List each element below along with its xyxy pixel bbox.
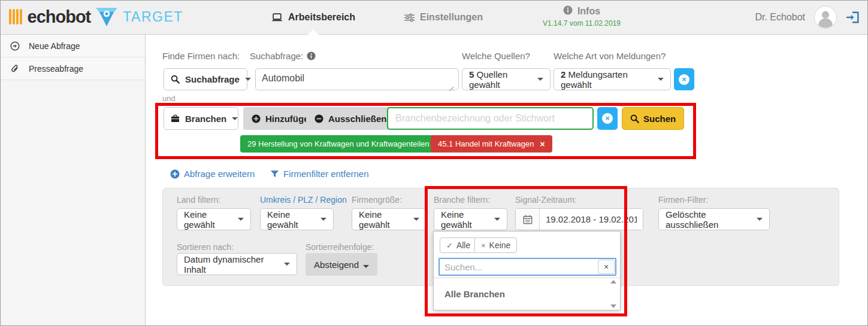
signal-period-group [515, 208, 643, 230]
caret-down-icon [494, 218, 500, 221]
scroll-up-icon[interactable] [610, 280, 616, 284]
operator-label: und [162, 94, 176, 103]
signal-period-label: Signal-Zeitraum: [515, 195, 577, 205]
dropdown-value: Keine gewählt [184, 209, 232, 230]
version-text: V1.14.7 vom 11.02.2019 [543, 19, 621, 28]
avatar[interactable] [814, 6, 837, 29]
dropdown-value: Suchabfrage [185, 74, 240, 84]
signal-period-input[interactable] [540, 209, 643, 230]
sidebar-item-presseabfrage[interactable]: Presseabfrage [1, 57, 145, 80]
brand-name: echobot [28, 7, 91, 27]
company-size-dropdown[interactable]: Keine gewählt [352, 208, 427, 230]
arrow-circle-icon [9, 41, 21, 51]
caret-down-icon [245, 78, 251, 81]
remove-company-filter-link[interactable]: Firmenfilter entfernen [270, 169, 369, 179]
extend-query-link[interactable]: Abfrage erweitern [170, 169, 255, 179]
branch-tag-included: 29 Herstellung von Kraftwagen und Kraftw… [240, 135, 447, 153]
workspace-content: Finde Firmen nach: Suchabfrage: Welche Q… [146, 35, 867, 325]
company-filter-label: Firmen-Filter: [658, 195, 708, 205]
info-icon [563, 5, 573, 17]
user-name: Dr. Echobot [755, 12, 805, 23]
filter-icon [270, 170, 279, 178]
dropdown-value: Datum dynamischer Inhalt [184, 254, 279, 275]
plus-circle-icon [170, 169, 180, 179]
deleted-filter-dropdown[interactable]: Gelöschte ausschließen [658, 208, 770, 230]
caret-down-icon [238, 218, 244, 221]
search-icon [171, 75, 180, 84]
dropdown-value: 5 Quellen gewählt [469, 69, 532, 90]
industry-search-wrap: × [438, 258, 616, 276]
company-size-label: Firmengröße: [352, 195, 402, 205]
industry-list-item[interactable]: Alle Branchen [444, 289, 505, 299]
button-label: Alle [456, 240, 470, 250]
sources-label: Welche Quellen? [462, 51, 530, 61]
product-name: TARGET [123, 9, 183, 25]
industry-list: Alle Branchen [434, 278, 620, 310]
caret-down-icon [320, 218, 326, 221]
sidebar-item-label: Presseabfrage [29, 64, 137, 74]
logout-icon[interactable] [846, 11, 859, 23]
sources-dropdown[interactable]: 5 Quellen gewählt [462, 68, 551, 90]
region-filter-link[interactable]: Umkreis / PLZ / Region [260, 195, 347, 205]
caret-down-icon [757, 218, 763, 221]
sidebar: Firmen Schnellsuche Abfragekatalog Mitar… [1, 35, 146, 325]
clear-branch-row-button[interactable]: × [597, 107, 618, 130]
query-type-dropdown[interactable]: Suchabfrage [164, 68, 247, 90]
search-button[interactable]: Suchen [622, 107, 684, 130]
echobot-logo[interactable]: echobot TARGET [9, 6, 183, 28]
sort-by-dropdown[interactable]: Datum dynamischer Inhalt [177, 253, 297, 275]
tab-label: Arbeitsbereich [288, 12, 355, 23]
link-label: Abfrage erweitern [184, 169, 255, 179]
check-icon: ✓ [446, 241, 453, 250]
echobot-target-app: echobot TARGET Arbeitsbereich Einstell [0, 0, 868, 326]
info-icon[interactable] [307, 51, 316, 60]
tag-label: 45.1 Handel mit Kraftwagen [438, 139, 534, 148]
button-label: Suchen [643, 114, 676, 124]
minus-circle-icon [314, 114, 323, 123]
news-types-dropdown[interactable]: 2 Meldungsarten gewählt [554, 68, 671, 90]
country-filter-dropdown[interactable]: Keine gewählt [177, 208, 251, 230]
scrollbar[interactable] [609, 280, 618, 308]
paperclip-icon [9, 64, 21, 74]
button-label: Ausschließen [328, 114, 387, 124]
select-none-button[interactable]: × Keine [474, 237, 517, 253]
tab-einstellungen[interactable]: Einstellungen [404, 1, 483, 34]
button-label: Keine [489, 240, 511, 250]
tab-infos[interactable]: Infos V1.14.7 vom 11.02.2019 [537, 5, 627, 28]
tab-label: Einstellungen [420, 12, 483, 23]
select-all-button[interactable]: ✓ Alle [440, 237, 477, 253]
remove-tag-icon[interactable]: × [540, 139, 545, 149]
exclude-branch-button[interactable]: Ausschließen [306, 107, 395, 130]
sort-order-label: Sortierreihenfolge: [306, 242, 374, 252]
sort-by-label: Sortieren nach: [177, 242, 234, 252]
calendar-icon[interactable] [516, 209, 540, 230]
branch-type-dropdown[interactable]: Branchen [164, 107, 238, 130]
clear-search-icon[interactable]: × [598, 260, 615, 274]
x-circle-icon: × [679, 74, 689, 85]
dropdown-value: Gelöschte ausschließen [666, 209, 751, 230]
branch-search-input[interactable] [387, 107, 594, 130]
x-circle-icon: × [602, 113, 613, 124]
search-icon [630, 114, 639, 123]
sliders-icon [404, 13, 415, 22]
dropdown-value: 2 Meldungsarten gewählt [561, 69, 652, 90]
sidebar-item-neue-abfrage[interactable]: Neue Abfrage [1, 35, 145, 57]
briefcase-icon [171, 114, 180, 123]
sidebar-item-label: Neue Abfrage [29, 41, 137, 51]
industry-search-input[interactable] [440, 262, 598, 272]
header: echobot TARGET Arbeitsbereich Einstell [1, 1, 867, 35]
sort-order-button[interactable]: Absteigend [306, 253, 377, 276]
region-filter-dropdown[interactable]: Keine gewählt [260, 208, 334, 230]
caret-down-icon [284, 263, 290, 266]
scroll-down-icon[interactable] [610, 304, 616, 308]
query-label: Suchabfrage: [250, 51, 316, 61]
caret-down-icon [363, 265, 369, 268]
link-label: Firmenfilter entfernen [283, 169, 369, 179]
query-input[interactable]: Automobil [255, 68, 459, 90]
button-label: Absteigend [314, 260, 359, 270]
industry-filter-dropdown[interactable]: Keine gewählt [434, 208, 507, 230]
tab-arbeitsbereich[interactable]: Arbeitsbereich [271, 1, 355, 34]
industry-dropdown-popup: ✓ Alle × Keine × Alle Branchen [433, 231, 621, 310]
clear-query-row-button[interactable]: × [674, 68, 694, 90]
laptop-icon [271, 13, 283, 22]
